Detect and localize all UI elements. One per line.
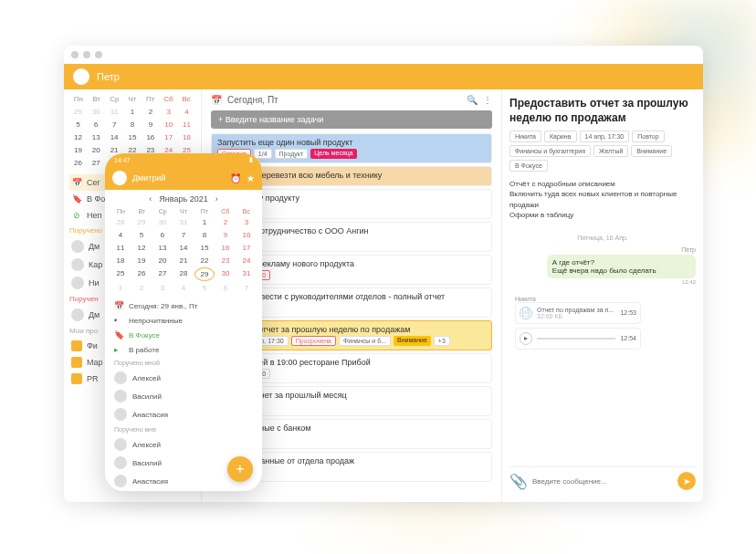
tag: Внимание (394, 336, 431, 346)
prev-icon[interactable]: ‹ (149, 194, 152, 204)
search-icon[interactable]: 🔍 (467, 95, 478, 105)
bookmark-icon: 🔖 (114, 330, 123, 340)
today-item[interactable]: 📅Сегодня: 29 янв., Пт (114, 298, 253, 313)
avatar (71, 277, 84, 289)
chip[interactable]: 14 апр, 17:30 (580, 131, 630, 142)
avatar (114, 408, 127, 421)
bookmark-icon: 🔖 (71, 193, 82, 204)
attach-icon[interactable]: 📎 (509, 473, 528, 490)
next-icon[interactable]: › (215, 194, 218, 204)
label: В Фо (87, 194, 105, 204)
section-label: Поручено мной (114, 357, 253, 369)
person-item[interactable]: Анастасия (114, 405, 253, 423)
star-icon[interactable]: ★ (247, 173, 255, 183)
play-icon[interactable]: ▸ (520, 332, 532, 345)
label: Дм (89, 310, 100, 319)
avatar[interactable] (112, 171, 127, 185)
tag: Просрочена (291, 336, 336, 346)
detail-panel: Предоставить отчет за прошлую неделю по … (502, 89, 703, 502)
voice-message[interactable]: ▸ 12:54 (515, 328, 641, 350)
label: Мар (87, 358, 103, 367)
chip[interactable]: Финансы и бухгалтерия (509, 145, 591, 157)
msg-bubble: А где отчёт?Ещё вчера надо было сделать (547, 255, 696, 278)
unread-icon: ⊘ (71, 210, 82, 221)
msg-time: 12:42 (509, 279, 696, 285)
avatar (114, 390, 127, 402)
label: Сег (87, 178, 100, 187)
list-title: Сегодня, Пт (227, 95, 278, 105)
tag: +3 (434, 336, 450, 346)
label: В Фокусе (129, 331, 160, 340)
app-header: Петр (64, 64, 703, 89)
folder-icon (71, 357, 82, 368)
placeholder: Введите название задачи (226, 115, 323, 124)
task-title: Предоставить отчет за прошлую неделю по … (509, 97, 696, 125)
attachment[interactable]: 📄 Отчет по продажам за п... 32:60 КБ 12:… (515, 302, 641, 324)
person-item[interactable]: Алексей (114, 369, 253, 387)
tag: Продукт (275, 149, 309, 159)
minimize-icon[interactable] (83, 51, 90, 58)
chip[interactable]: Карина (544, 131, 577, 142)
avatar (114, 438, 127, 451)
label: Алексей (132, 441, 161, 449)
message-input[interactable] (532, 477, 673, 486)
folder-icon (71, 340, 82, 351)
time: 12:54 (620, 335, 636, 341)
chip[interactable]: Повтор (632, 131, 664, 142)
more-icon[interactable]: ⋮ (483, 95, 492, 105)
fab-add-button[interactable]: + (227, 456, 253, 482)
time: 12:53 (620, 309, 636, 316)
list-icon: 📅 (211, 95, 222, 105)
chip[interactable]: Никита (509, 131, 541, 142)
add-task-input[interactable]: + Введите название задачи (211, 110, 492, 129)
avatar[interactable] (73, 68, 89, 85)
battery-icon: ▮ (249, 156, 253, 163)
label: Василий (132, 459, 162, 467)
file-size: 32:60 КБ (537, 313, 615, 319)
send-button[interactable]: ➤ (677, 472, 696, 490)
phone-mockup: 14:47▮ Дмитрий ⏰ ★ ‹ Январь 2021 › ПнВтС… (105, 153, 262, 491)
file-icon: 📄 (520, 307, 532, 319)
username: Дмитрий (132, 173, 225, 183)
person-item[interactable]: Василий (114, 387, 253, 405)
tag: Финансы и б... (339, 336, 391, 346)
msg-author: Никита (515, 296, 641, 302)
avatar (71, 308, 84, 321)
message-input-row: 📎 ➤ (509, 466, 696, 495)
maximize-icon[interactable] (95, 51, 102, 58)
label: Сегодня: 29 янв., Пт (129, 302, 197, 310)
focus-item[interactable]: 🔖В Фокусе (114, 328, 253, 342)
task-description: Отчёт с подробным описаниемВключить туда… (509, 179, 696, 220)
close-icon[interactable] (71, 51, 79, 58)
chip[interactable]: В Фокусе (509, 160, 548, 172)
label: Дм (89, 242, 100, 251)
alarm-icon[interactable]: ⏰ (230, 173, 241, 183)
chip[interactable]: Желтый (593, 145, 628, 157)
label: Василий (132, 392, 162, 401)
task-title: Запустить еще один новый продукт (217, 138, 486, 147)
label: Фи (87, 341, 98, 350)
phone-statusbar: 14:47▮ (105, 153, 262, 166)
section-label: Поручено мне (114, 423, 253, 435)
person-item[interactable]: Алексей (114, 435, 253, 454)
work-item[interactable]: ▸В работе (114, 342, 253, 357)
label: Анастасия (132, 411, 168, 419)
folder-icon (71, 373, 82, 384)
chip[interactable]: Внимание (631, 145, 672, 157)
label: Ни (89, 278, 100, 287)
unread-item[interactable]: •Непрочитанные (114, 313, 253, 328)
label: Алексей (132, 374, 161, 382)
label: Анастасия (132, 477, 168, 486)
label: Непрочитанные (129, 317, 183, 325)
label: PR (87, 374, 99, 383)
calendar-icon: 📅 (71, 177, 82, 188)
file-name: Отчет по продажам за п... (537, 307, 615, 313)
chat: Пятница, 16 Апр. Петр А где отчёт?Ещё вч… (509, 229, 696, 466)
label: Кар (89, 260, 102, 269)
avatar (71, 240, 84, 253)
month-label: Январь 2021 (159, 194, 207, 204)
phone-header: Дмитрий ⏰ ★ (105, 166, 262, 190)
avatar (114, 475, 127, 487)
label: В работе (129, 346, 159, 354)
avatar (71, 258, 84, 271)
